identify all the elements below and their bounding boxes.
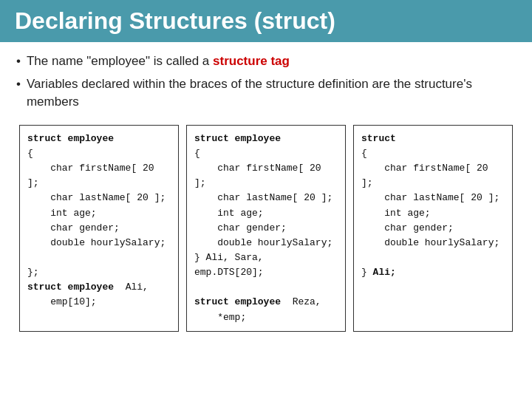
code-line: char lastName[ 20 ]; [361, 192, 499, 203]
code-line: int age; [361, 208, 431, 219]
code-line: } Ali; [361, 267, 396, 278]
code-box-1: struct employee { char firstName[ 20 ]; … [19, 125, 179, 332]
code-line: double hourlySalary; [361, 237, 499, 248]
code-box-2: struct employee { char firstName[ 20 ]; … [186, 125, 346, 332]
code-line: { [27, 148, 33, 159]
code-line: char gender; [194, 222, 287, 233]
code-line: double hourlySalary; [194, 237, 332, 248]
code-line: emp[10]; [27, 296, 97, 307]
code-line: char gender; [27, 222, 120, 233]
code-line: { [194, 148, 200, 159]
code-line: }; [27, 267, 39, 278]
code-keyword-5: struct [361, 133, 396, 144]
code-line: char lastName[ 20 ]; [194, 192, 332, 203]
code-line: char firstName[ 20 ]; [194, 163, 321, 188]
code-line: double hourlySalary; [27, 237, 166, 248]
code-keyword-4: struct employee [194, 296, 281, 307]
code-line: char lastName[ 20 ]; [27, 192, 166, 203]
code-line: char gender; [361, 222, 454, 233]
code-line: Reza, [281, 296, 321, 307]
code-line: } Ali, Sara, emp.DTS[20]; [194, 252, 264, 278]
bullet-text-2: Variables declared within the braces of … [27, 75, 516, 112]
code-keyword-1: struct employee [27, 133, 114, 144]
code-box-3: struct { char firstName[ 20 ]; char last… [353, 125, 513, 332]
bullet-2: • Variables declared within the braces o… [16, 75, 516, 112]
code-line: Ali, [114, 282, 149, 293]
header: Declaring Structures (struct) [0, 0, 532, 42]
bullet-1: • The name "employee" is called a struct… [16, 52, 516, 71]
code-line: *emp; [194, 312, 246, 323]
code-line: int age; [27, 208, 97, 219]
page-title: Declaring Structures (struct) [15, 7, 335, 34]
bullet-text-1: The name "employee" is called a structur… [27, 52, 516, 71]
code-boxes-container: struct employee { char firstName[ 20 ]; … [16, 125, 516, 332]
code-line: char firstName[ 20 ]; [361, 163, 488, 188]
code-line: int age; [194, 208, 264, 219]
code-line: char firstName[ 20 ]; [27, 163, 154, 188]
code-keyword-3: struct employee [194, 133, 281, 144]
code-keyword-2: struct employee [27, 282, 114, 293]
code-line: { [361, 148, 367, 159]
bullet-symbol-2: • [16, 75, 21, 94]
structure-tag-highlight: structure tag [213, 54, 290, 68]
main-content: • The name "employee" is called a struct… [0, 42, 532, 339]
bullet-symbol-1: • [16, 52, 21, 71]
